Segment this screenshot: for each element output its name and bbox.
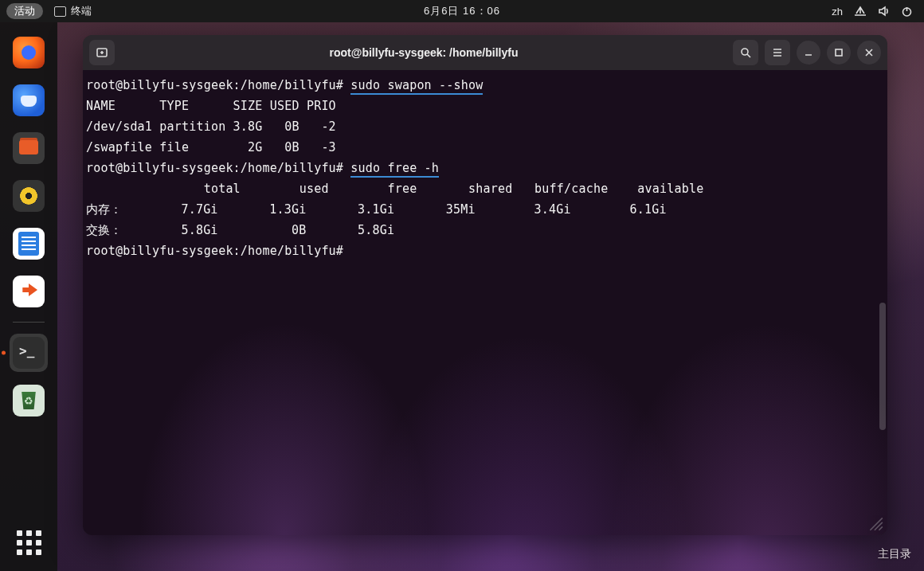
close-button[interactable] [857, 41, 881, 65]
dock-rhythmbox[interactable] [10, 177, 48, 215]
terminal-titlebar[interactable]: root@billyfu-sysgeek: /home/billyfu [83, 35, 887, 70]
dock-terminal[interactable] [10, 334, 48, 372]
swapon-row: /swapfile file 2G 0B -3 [86, 140, 336, 154]
menu-button[interactable] [765, 40, 790, 65]
close-icon [863, 47, 875, 58]
hamburger-icon [771, 46, 784, 59]
panel-clock[interactable]: 6月6日 16：06 [424, 4, 500, 18]
terminal-glyph-icon [54, 6, 66, 17]
show-applications-button[interactable] [13, 526, 45, 558]
volume-icon[interactable] [878, 6, 890, 17]
maximize-icon [833, 47, 844, 58]
terminal-title: root@billyfu-sysgeek: /home/billyfu [121, 46, 726, 59]
terminal-body[interactable]: root@billyfu-sysgeek:/home/billyfu# sudo… [83, 70, 887, 535]
dock-files[interactable] [10, 129, 48, 167]
prompt: root@billyfu-sysgeek:/home/billyfu# [86, 78, 343, 92]
dock-writer[interactable] [10, 225, 48, 263]
firefox-icon [13, 37, 45, 68]
terminal-output: root@billyfu-sysgeek:/home/billyfu# sudo… [86, 75, 884, 261]
desktop-home-label[interactable]: 主目录 [878, 547, 911, 561]
terminal-icon [13, 337, 45, 369]
thunderbird-icon [13, 84, 45, 116]
swapon-row: /dev/sda1 partition 3.8G 0B -2 [86, 119, 336, 134]
resize-grip-icon[interactable] [867, 514, 884, 532]
new-tab-icon [96, 46, 108, 59]
dock-trash[interactable] [10, 381, 48, 420]
swapon-header: NAME TYPE SIZE USED PRIO [86, 99, 336, 113]
files-icon [13, 132, 45, 164]
panel-app-name: 终端 [71, 4, 92, 18]
terminal-scrollbar[interactable] [879, 303, 886, 430]
command-1: sudo swapon --show [350, 78, 483, 95]
dock-software[interactable] [10, 272, 48, 311]
terminal-window: root@billyfu-sysgeek: /home/billyfu root… [83, 35, 887, 535]
new-tab-button[interactable] [89, 40, 115, 65]
power-icon[interactable] [901, 6, 913, 18]
minimize-button[interactable] [797, 41, 820, 65]
trash-icon [13, 385, 45, 417]
search-icon [739, 46, 752, 59]
network-icon[interactable] [854, 6, 867, 17]
dock-thunderbird[interactable] [10, 81, 48, 119]
free-header: total used free shared buff/cache availa… [86, 182, 703, 196]
free-mem-row: 内存： 7.7Gi 1.3Gi 3.1Gi 35Mi 3.4Gi 6.1Gi [86, 202, 667, 217]
activities-button[interactable]: 活动 [6, 3, 43, 19]
music-icon [13, 180, 45, 212]
free-swap-row: 交换： 5.8Gi 0B 5.8Gi [86, 223, 394, 237]
svg-point-2 [742, 49, 748, 55]
svg-rect-3 [836, 49, 842, 56]
input-method-indicator[interactable]: zh [832, 6, 843, 18]
dock-separator [13, 322, 45, 323]
command-2: sudo free -h [350, 161, 439, 178]
dock [0, 22, 57, 571]
minimize-icon [803, 47, 814, 58]
software-icon [13, 276, 45, 307]
prompt: root@billyfu-sysgeek:/home/billyfu# [86, 161, 343, 175]
search-button[interactable] [733, 40, 758, 65]
prompt: root@billyfu-sysgeek:/home/billyfu# [86, 244, 343, 258]
panel-active-app[interactable]: 终端 [54, 4, 92, 18]
maximize-button[interactable] [827, 41, 851, 65]
dock-firefox[interactable] [10, 33, 48, 72]
top-panel: 活动 终端 6月6日 16：06 zh [0, 0, 924, 22]
writer-icon [13, 228, 45, 260]
